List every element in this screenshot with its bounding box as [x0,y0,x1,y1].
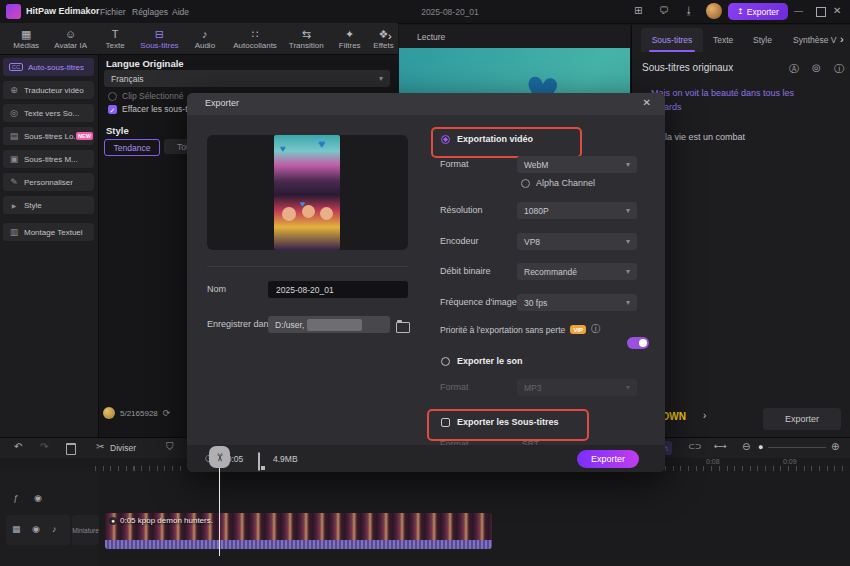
minimize-button[interactable]: — [794,6,803,16]
sidebar-item-auto-sous-titres[interactable]: CCAuto-sous-titres [3,58,94,76]
cc-subtitles-icon: CC [9,63,23,71]
tool-sous-titres[interactable]: ⊟Sous-titres [137,28,181,50]
timeline-ruler-left[interactable] [95,466,187,471]
framerate-select[interactable]: 30 fps▾ [517,294,637,311]
settings-target-icon[interactable]: ◎ [812,62,821,73]
clip-selected-radio[interactable]: Clip Sélectionné [108,91,183,101]
video-track-film-icon[interactable]: ▦ [12,524,21,534]
radio-icon [441,357,450,366]
subtitle-track-eye-icon[interactable]: ◉ [34,493,42,503]
tabs-more-chevron[interactable]: › [840,33,844,45]
sidebar-item-style[interactable]: ▶Style [3,196,94,214]
thumbnail-toggle[interactable]: Miniature [72,515,99,545]
filters-icon: ✦ [345,28,354,40]
subtitle-list-item-2[interactable]: la vie est un combat [665,132,813,142]
zoom-out-icon[interactable]: ⊖ [742,441,750,452]
track-headers: ƒ ◉ ▦ ◉ ♪ Miniature [0,471,98,566]
folder-browse-icon[interactable] [396,322,410,333]
tool-filtres[interactable]: ✦Filtres [330,28,369,50]
resolution-select[interactable]: 1080P▾ [517,202,637,219]
chevron-down-icon: ▾ [626,383,630,392]
download-icon[interactable]: ⭳ [684,5,694,16]
new-badge: NEW [76,132,93,140]
link-icon[interactable]: ⊂⊃ [688,442,701,451]
encoder-select[interactable]: VP8▾ [517,233,637,250]
credits-count: 5/2165928 [120,409,158,418]
subtitles-icon: ⊟ [155,28,164,40]
tool-effets[interactable]: ❖Effets [369,28,398,50]
info-icon[interactable]: ⓘ [591,323,601,336]
upload-icon: ↥ [737,7,744,16]
video-clip-label: 0:05 kpop demon hunters. [120,516,213,525]
tab-style[interactable]: Style [753,35,772,45]
feedback-icon[interactable]: 🗩 [659,5,669,16]
sidebar-item-sous-titres-manuels[interactable]: ▣Sous-titres M... [3,150,94,168]
divide-label[interactable]: Diviser [110,443,136,453]
zoom-slider-track[interactable] [768,447,826,448]
panel-export-button[interactable]: Exporter [763,408,841,430]
menu-fichier[interactable]: Fichier [100,7,126,17]
sidebar-item-texte-vers-son[interactable]: ◎Texte vers So... [3,104,94,122]
framerate-label: Fréquence d'image [440,297,517,307]
tab-sous-titres[interactable]: Sous-titres [641,28,703,52]
tab-texte[interactable]: Texte [713,35,733,45]
style-tab-tendance[interactable]: Tendance [104,139,160,156]
user-avatar[interactable] [706,3,722,19]
maximize-button[interactable] [816,7,826,17]
dialog-close-icon[interactable]: ✕ [643,97,651,108]
undo-icon[interactable]: ↶ [14,441,22,452]
tool-avatar-ia[interactable]: ☺Avatar IA [48,28,92,50]
layout-panels-icon[interactable]: ⊞ [634,5,642,16]
split-scissors-icon[interactable]: ✂ [96,441,104,452]
subtitle-track-fx-icon[interactable]: ƒ [13,493,18,503]
dialog-export-button[interactable]: Exporter [577,450,639,468]
toolbar-more-chevron[interactable]: › [388,30,392,42]
refresh-icon[interactable]: ⟳ [163,408,171,418]
dialog-divider [207,266,408,267]
close-button[interactable]: ✕ [833,5,841,16]
format-select[interactable]: WebM▾ [517,156,637,173]
chevron-down-icon: ▾ [626,267,630,276]
subtitle-export-checkbox[interactable]: Exporter les Sous-titres [441,417,559,427]
trash-icon[interactable] [66,443,76,455]
tool-transition[interactable]: ⇆Transition [282,28,330,50]
tool-medias[interactable]: ▦Médias [4,28,48,50]
sidebar-item-traducteur-video[interactable]: ⊕Traducteur vidéo [3,81,94,99]
marker-icon[interactable]: ⛉ [166,441,174,453]
expand-clips-icon[interactable]: ⟷ [714,441,727,451]
video-export-radio[interactable]: Exportation vidéo [441,134,533,144]
video-track-eye-icon[interactable]: ◉ [32,524,40,534]
video-clip[interactable]: ● 0:05 kpop demon hunters. [105,513,492,549]
local-subtitles-icon: ▤ [9,131,19,141]
lossless-toggle[interactable] [627,337,649,349]
language-select[interactable]: Français▾ [104,70,390,87]
split-cursor: ✂ [209,446,230,468]
save-location-input[interactable]: D:/user, [268,316,390,333]
chevron-down-icon: ▾ [626,237,630,246]
avatar-icon: ☺ [65,28,76,40]
zoom-in-icon[interactable]: ⊕ [831,441,839,452]
bitrate-select[interactable]: Recommandé▾ [517,263,637,280]
alpha-channel-checkbox[interactable]: Alpha Channel [521,178,595,188]
name-input[interactable]: 2025-08-20_01 [268,281,408,298]
video-track-sound-icon[interactable]: ♪ [52,524,57,534]
redo-icon[interactable]: ↷ [40,441,48,452]
subtitle-list-item-1[interactable]: Mais on voit la beauté dans tous les reg… [651,86,799,114]
sidebar-item-montage-textuel[interactable]: ▥Montage Textuel [3,223,94,241]
menu-aide[interactable]: Aide [172,7,189,17]
document-title: 2025-08-20_01 [390,7,510,17]
titlebar-export-button[interactable]: ↥ Exporter [728,3,788,20]
audio-export-radio[interactable]: Exporter le son [441,356,523,366]
style-more-chevron[interactable]: › [703,410,706,421]
menu-reglages[interactable]: Réglages [132,7,168,17]
tool-texte[interactable]: TTexte [93,28,137,50]
timeline-ruler-right[interactable] [665,466,845,471]
zoom-slider-knob[interactable]: ● [758,442,763,452]
tool-autocollants[interactable]: ∷Autocollants [228,28,282,50]
tool-audio[interactable]: ♪Audio [182,28,228,50]
info-icon[interactable]: ⓘ [834,62,844,76]
sidebar-item-personnaliser[interactable]: ✎Personnaliser [3,173,94,191]
audio-format-label: Format [440,382,469,392]
auto-translate-icon[interactable]: Ⓐ [789,62,799,76]
tab-synthese[interactable]: Synthèse V [793,35,841,45]
